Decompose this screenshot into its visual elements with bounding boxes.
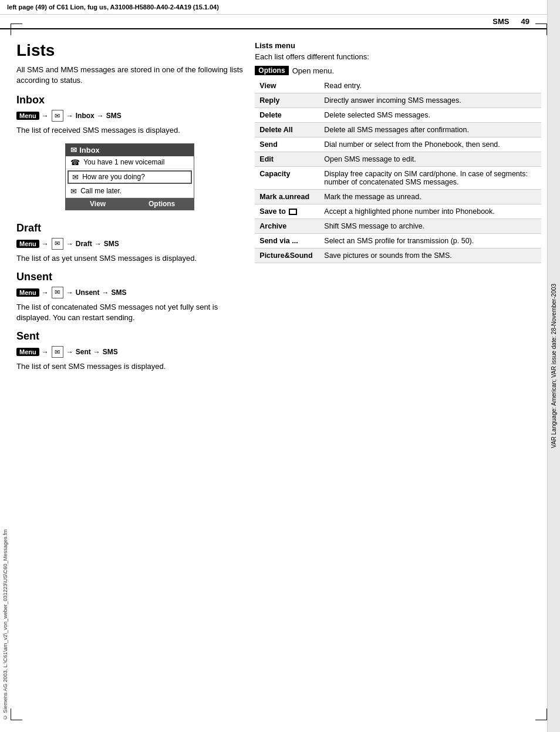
menu-key: Archive bbox=[255, 219, 319, 234]
menu-key: Edit bbox=[255, 152, 319, 167]
lists-menu-desc: Each list offers different functions: bbox=[255, 52, 541, 61]
voicemail-text: You have 1 new voicemail bbox=[83, 158, 164, 166]
menu-table: ViewRead entry.ReplyDirectly answer inco… bbox=[255, 79, 541, 263]
inbox-title: Inbox bbox=[16, 94, 243, 106]
unsent-title: Unsent bbox=[16, 271, 243, 283]
menu-table-row: Delete AllDelete all SMS messages after … bbox=[255, 123, 541, 137]
draft-desc: The list of as yet unsent SMS messages i… bbox=[16, 253, 243, 264]
unsent-desc: The list of concatenated SMS messages no… bbox=[16, 302, 243, 323]
menu-table-row: CapacityDisplay free capacity on SIM car… bbox=[255, 167, 541, 190]
menu-key: Capacity bbox=[255, 167, 319, 190]
corner-mark-top-left bbox=[11, 23, 22, 35]
inbox-item-callme: ✉ Call me later. bbox=[66, 185, 194, 198]
draft-title: Draft bbox=[16, 222, 243, 234]
menu-value: Delete all SMS messages after confirmati… bbox=[319, 123, 541, 137]
menu-value: Dial number or select from the Phonebook… bbox=[319, 137, 541, 152]
open-menu-row: Options Open menu. bbox=[255, 66, 541, 75]
menu-key: Save to bbox=[255, 204, 319, 219]
page-number: 49 bbox=[521, 17, 529, 26]
menu-key: Delete bbox=[255, 108, 319, 123]
menu-table-row: Save to Accept a highlighted phone numbe… bbox=[255, 204, 541, 219]
menu-table-row: Picture&SoundSave pictures or sounds fro… bbox=[255, 249, 541, 263]
corner-mark-bottom-right bbox=[535, 709, 547, 720]
sent-messages-icon: ✉ bbox=[52, 346, 63, 358]
menu-value: Save pictures or sounds from the SMS. bbox=[319, 249, 541, 263]
menu-button: Menu bbox=[16, 112, 39, 120]
menu-key: Send bbox=[255, 137, 319, 152]
menu-table-row: Mark a.unreadMark the message as unread. bbox=[255, 190, 541, 204]
callme-icon: ✉ bbox=[70, 187, 77, 196]
sent-desc: The list of sent SMS messages is display… bbox=[16, 361, 243, 372]
unsent-menu-button: Menu bbox=[16, 288, 39, 297]
corner-mark-top-right bbox=[535, 23, 547, 35]
left-column: Lists All SMS and MMS messages are store… bbox=[11, 35, 252, 385]
sent-title: Sent bbox=[16, 330, 243, 343]
menu-value: Accept a highlighted phone number into P… bbox=[319, 204, 541, 219]
menu-table-row: ArchiveShift SMS message to archive. bbox=[255, 219, 541, 234]
right-column: Lists menu Each list offers different fu… bbox=[252, 35, 547, 385]
lists-menu-title: Lists menu bbox=[255, 41, 541, 50]
page-number-bar: SMS 49 bbox=[0, 15, 547, 29]
unsent-messages-icon: ✉ bbox=[52, 287, 63, 298]
menu-key: Send via ... bbox=[255, 234, 319, 249]
menu-table-row: Send via ...Select an SMS profile for tr… bbox=[255, 234, 541, 249]
intro-text: All SMS and MMS messages are stored in o… bbox=[16, 65, 243, 86]
menu-value: Select an SMS profile for transmission (… bbox=[319, 234, 541, 249]
howdoing-text: How are you doing? bbox=[82, 173, 145, 181]
main-title: Lists bbox=[16, 41, 243, 60]
callme-text: Call me later. bbox=[80, 187, 122, 195]
inbox-item-voicemail: ☎ You have 1 new voicemail bbox=[66, 156, 194, 169]
inbox-desc: The list of received SMS messages is dis… bbox=[16, 125, 243, 136]
left-sidebar: © Siemens AG 2003, L:\C61\am_v2\_von_web… bbox=[0, 23, 11, 732]
inbox-header-label: Inbox bbox=[79, 146, 100, 155]
menu-value: Read entry. bbox=[319, 79, 541, 93]
sidebar-right-text: VAR Language: American; VAR issue date: … bbox=[551, 284, 557, 448]
options-badge: Options bbox=[255, 66, 288, 75]
messages-icon: ✉ bbox=[52, 110, 63, 122]
menu-value: Mark the message as unread. bbox=[319, 190, 541, 204]
menu-table-row: EditOpen SMS message to edit. bbox=[255, 152, 541, 167]
menu-key: Delete All bbox=[255, 123, 319, 137]
menu-key: Mark a.unread bbox=[255, 190, 319, 204]
inbox-demo: ✉ Inbox ☎ You have 1 new voicemail ✉ How… bbox=[65, 143, 194, 210]
voicemail-icon: ☎ bbox=[70, 158, 80, 167]
inbox-demo-footer: View Options bbox=[66, 198, 194, 210]
view-button[interactable]: View bbox=[66, 198, 130, 210]
menu-key: Reply bbox=[255, 93, 319, 108]
draft-messages-icon: ✉ bbox=[52, 238, 63, 250]
menu-value: Shift SMS message to archive. bbox=[319, 219, 541, 234]
inbox-demo-header: ✉ Inbox bbox=[66, 144, 194, 156]
draft-menu-button: Menu bbox=[16, 240, 39, 248]
menu-value: Display free capacity on SIM card/phone.… bbox=[319, 167, 541, 190]
options-button[interactable]: Options bbox=[130, 198, 194, 210]
menu-table-row: ReplyDirectly answer incoming SMS messag… bbox=[255, 93, 541, 108]
content-area: Lists All SMS and MMS messages are store… bbox=[11, 29, 547, 391]
menu-table-row: DeleteDelete selected SMS messages. bbox=[255, 108, 541, 123]
corner-mark-bottom-left bbox=[11, 709, 22, 720]
menu-value: Delete selected SMS messages. bbox=[319, 108, 541, 123]
unsent-nav-path: Menu → ✉ → Unsent → SMS bbox=[16, 287, 243, 298]
menu-key: View bbox=[255, 79, 319, 93]
header-text: left page (49) of C61 Lion, fug us, A310… bbox=[7, 4, 219, 11]
sidebar-left-text: © Siemens AG 2003, L:\C61\am_v2\_von_web… bbox=[2, 529, 8, 720]
menu-value: Directly answer incoming SMS messages. bbox=[319, 93, 541, 108]
inbox-nav-path: Menu → ✉ → Inbox → SMS bbox=[16, 110, 243, 122]
page-header: left page (49) of C61 Lion, fug us, A310… bbox=[0, 0, 560, 15]
sent-nav-path: Menu → ✉ → Sent → SMS bbox=[16, 346, 243, 358]
menu-table-row: SendDial number or select from the Phone… bbox=[255, 137, 541, 152]
inbox-item-howdoing: ✉ How are you doing? bbox=[68, 170, 192, 184]
sms-label: SMS bbox=[492, 17, 509, 26]
menu-value: Open SMS message to edit. bbox=[319, 152, 541, 167]
sent-menu-button: Menu bbox=[16, 348, 39, 356]
right-sidebar: VAR Language: American; VAR issue date: … bbox=[547, 0, 560, 732]
open-menu-text: Open menu. bbox=[292, 66, 335, 75]
inbox-header-icon: ✉ bbox=[70, 146, 77, 155]
howdoing-icon: ✉ bbox=[72, 173, 79, 182]
menu-key: Picture&Sound bbox=[255, 249, 319, 263]
draft-nav-path: Menu → ✉ → Draft → SMS bbox=[16, 238, 243, 250]
menu-table-row: ViewRead entry. bbox=[255, 79, 541, 93]
